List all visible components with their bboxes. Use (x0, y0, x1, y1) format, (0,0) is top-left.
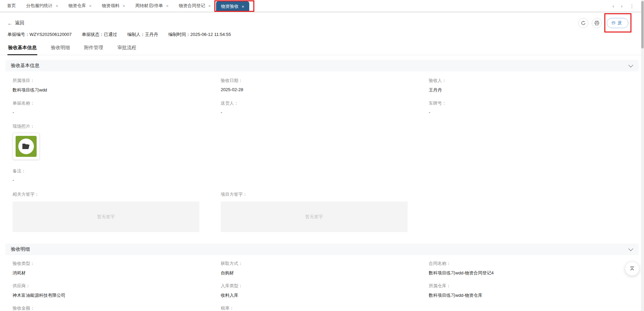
section-acceptance-detail: 验收明细 验收类型： 消耗材 获取方式： 自购材 合同名称： 数科项目练习wdd… (5, 244, 639, 311)
vertical-scrollbar-track[interactable] (641, 0, 644, 311)
vertical-scrollbar-thumb[interactable] (641, 1, 644, 48)
field-label: 送货人： (221, 100, 429, 106)
field-doc-name: 单据名称： - (13, 100, 221, 115)
tab-material-requisition[interactable]: 物资领料 × (97, 0, 130, 12)
tab-label: 周转材启/停单 (135, 3, 163, 9)
chevron-down-icon[interactable] (628, 246, 633, 251)
section-title: 验收明细 (11, 246, 30, 252)
more-options-icon[interactable]: ⋮ (629, 3, 635, 8)
field-inbound-type: 入库类型： 收料入库 (221, 283, 429, 298)
tab-material-contract[interactable]: 物资合同登记 × (174, 0, 216, 12)
signature-placeholder-box: 暂无签字 (221, 202, 408, 232)
remark-block: 备注： - (5, 168, 639, 183)
field-acceptor: 验收人： 王丹丹 (429, 78, 637, 93)
no-signature-text: 暂无签字 (305, 214, 323, 220)
tab-material-warehouse[interactable]: 物资仓库 × (63, 0, 97, 12)
field-label: 现场照片： (13, 123, 639, 129)
document-info-row: 单据编号：WZYS202506120007 单据状态：已通过 编制人：王丹丹 编… (0, 31, 644, 42)
refresh-button[interactable] (578, 18, 588, 28)
site-photo-thumbnail[interactable] (13, 133, 40, 160)
header-actions: 作废 (578, 18, 637, 28)
field-value: 收料入库 (221, 292, 429, 298)
tab-label: 物资领料 (102, 3, 119, 9)
page-header: ← 返回 作废 (0, 13, 644, 31)
photo-circle (18, 139, 34, 154)
tabbar-controls: ‹ › ⋮ (612, 0, 642, 12)
back-label: 返回 (15, 20, 24, 26)
back-arrow-icon: ← (7, 20, 13, 26)
section-basic-info: 验收基本信息 所属项目： 数科项目练习wdd 验收日期： 2025-02-28 … (5, 60, 639, 237)
tab-attachment-management[interactable]: 附件管理 (83, 42, 104, 55)
field-project: 所属项目： 数科项目练习wdd (13, 78, 221, 93)
section-header-basic-info[interactable]: 验收基本信息 (5, 60, 639, 71)
basic-fields-grid: 所属项目： 数科项目练习wdd 验收日期： 2025-02-28 验收人： 王丹… (5, 71, 639, 116)
field-label: 税率： (221, 305, 429, 311)
chevron-down-icon[interactable] (628, 62, 633, 67)
tab-approval-flow[interactable]: 审批流程 (117, 42, 137, 55)
tab-home[interactable]: 首页 (2, 0, 21, 12)
tab-basic-info[interactable]: 验收基本信息 (7, 42, 37, 55)
doc-number: 单据编号：WZYS202506120007 (7, 32, 72, 38)
field-value: - (13, 110, 221, 115)
related-party-signature: 相关方签字： 暂无签字 (13, 191, 221, 232)
close-icon[interactable]: × (166, 4, 169, 8)
site-photo-block: 现场照片： (5, 123, 639, 160)
field-deliverer: 送货人： - (221, 100, 429, 115)
close-icon[interactable]: × (89, 4, 92, 8)
field-label: 相关方签字： (13, 191, 221, 198)
section-header-acceptance-detail[interactable]: 验收明细 (5, 244, 639, 255)
scroll-tabs-left-icon[interactable]: ‹ (612, 3, 614, 8)
field-value: 数科项目练习wdd (13, 87, 221, 93)
close-icon[interactable]: × (56, 4, 58, 8)
field-value: - (13, 178, 639, 183)
tab-label: 物资仓库 (69, 3, 86, 9)
tab-material-acceptance-active[interactable]: 物资验收 × (216, 1, 250, 12)
tab-acceptance-detail[interactable]: 验收明细 (50, 42, 71, 55)
field-label: 验收人： (429, 78, 637, 84)
back-button[interactable]: ← 返回 (7, 20, 24, 26)
field-acceptance-amount: 验收金额： 104,000.00元 (13, 305, 221, 311)
tab-label: 物资验收 (221, 3, 239, 9)
no-signature-text: 暂无签字 (97, 214, 115, 220)
field-value: 自购材 (221, 270, 429, 276)
void-button-wrap: 作废 (607, 18, 628, 28)
doc-time: 编制时间：2025-06-12 11:54:55 (168, 32, 231, 38)
project-party-signature: 项目方签字： 暂无签字 (221, 191, 429, 232)
field-supplier: 供应商： 神木富油能源科技有限公司 (13, 283, 221, 298)
field-label: 验收日期： (221, 78, 429, 84)
field-label: 获取方式： (221, 261, 429, 267)
field-value: 消耗材 (13, 270, 221, 276)
field-value: - (429, 110, 637, 115)
field-label: 验收金额： (13, 305, 221, 311)
back-to-top-button[interactable] (625, 262, 639, 276)
close-icon[interactable]: × (208, 4, 211, 8)
scroll-tabs-right-icon[interactable]: › (621, 3, 623, 8)
field-label: 供应商： (13, 283, 221, 289)
field-warehouse: 所属仓库： 数科项目练习wdd-物资仓库 (429, 283, 637, 298)
signatures-grid: 相关方签字： 暂无签字 项目方签字： 暂无签字 (5, 183, 639, 237)
field-value: 2025-02-28 (221, 87, 429, 92)
field-contract-name: 合同名称： 数科项目练习wdd-物资合同登记4 (429, 261, 637, 276)
tab-label: 物资合同登记 (179, 3, 205, 9)
field-label: 合同名称： (429, 261, 637, 267)
field-acceptance-type: 验收类型： 消耗材 (13, 261, 221, 276)
field-value: 数科项目练习wdd-物资仓库 (429, 292, 637, 298)
field-label: 备注： (13, 168, 639, 174)
tab-subcontract-stats[interactable]: 分包履约统计 × (21, 0, 63, 12)
printer-icon (594, 21, 599, 25)
close-icon[interactable]: × (242, 4, 245, 9)
tab-turnover-material[interactable]: 周转材启/停单 × (130, 0, 174, 12)
folder-icon (22, 143, 31, 150)
signature-placeholder-box: 暂无签字 (13, 202, 199, 232)
field-tax-rate: 税率： 6.00% (221, 305, 429, 311)
field-label: 项目方签字： (221, 191, 429, 198)
field-label: 车牌号： (429, 100, 637, 106)
tab-label: 首页 (7, 3, 16, 9)
refresh-icon (581, 21, 586, 25)
field-label: 所属项目： (13, 78, 221, 84)
close-icon[interactable]: × (122, 4, 125, 8)
print-button[interactable] (592, 18, 602, 28)
photo-tile (16, 136, 37, 157)
void-button[interactable]: 作废 (607, 18, 628, 28)
detail-fields-grid: 验收类型： 消耗材 获取方式： 自购材 合同名称： 数科项目练习wdd-物资合同… (5, 255, 639, 311)
